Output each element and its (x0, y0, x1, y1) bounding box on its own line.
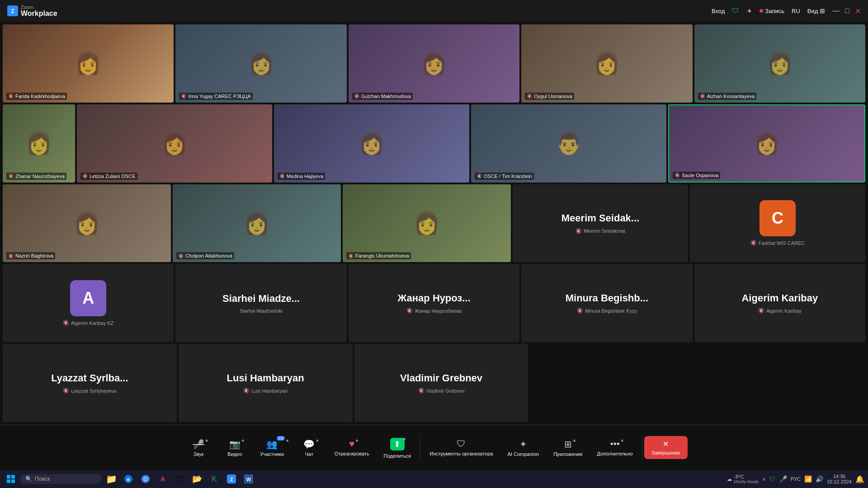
tile-zhanar-kaz[interactable]: Жанар Нуроз... 🔇 Жанар Наурозбаева (349, 264, 519, 342)
tile-small-name-lusi: 🔇 Lusi Hambaryan (243, 388, 288, 394)
tile-big-name-zhanar-kaz: Жанар Нуроз... (397, 292, 470, 304)
camera-icon: 📷 (229, 439, 241, 450)
weather-widget[interactable]: ☁ -9°C Mostly cloudy (727, 474, 759, 484)
tray-expand-icon[interactable]: ∧ (762, 476, 766, 482)
tile-vladimir[interactable]: Vladimir Grebnev 🔇 Vladimir Grebnev (354, 344, 528, 422)
taskbar-chrome[interactable] (137, 471, 154, 487)
tile-oygul[interactable]: 👩 🔇 Oygul Usmanova (521, 24, 692, 103)
entrada-button[interactable]: Вход (712, 8, 725, 14)
arrow-up-apps[interactable]: ▲ (572, 438, 576, 442)
taskbar-kaspersky[interactable]: K (206, 471, 222, 487)
windows-start-button[interactable] (4, 472, 18, 486)
taskbar-zoom[interactable]: Z (223, 471, 240, 487)
security-shield[interactable]: 🛡 (732, 7, 739, 15)
system-tray: ☁ -9°C Mostly cloudy ∧ 🛡 🎤 РУС 📶 🔊 14:36… (727, 474, 864, 484)
end-label: Завершение (651, 450, 680, 455)
tile-minura[interactable]: Minura Begishb... 🔇 Minura Begishbek Kyz… (521, 264, 692, 342)
tile-farkhat[interactable]: C 🔇 Farkhat WIS CAREC (690, 184, 865, 263)
taskbar-adobe[interactable]: A (155, 471, 171, 487)
tray-mic-icon[interactable]: 🎤 (779, 475, 787, 483)
tile-cholpon[interactable]: 👩 🔇 Cholpon Aitakhunova (173, 184, 341, 263)
video-placeholder: 👩 (77, 104, 272, 183)
tile-lusi[interactable]: Lusi Hambaryan 🔇 Lusi Hambaryan (179, 344, 353, 422)
tile-medina[interactable]: 👩 🔇 Medina Hajiyeva (274, 104, 469, 183)
arrow-up-video[interactable]: ▲ (241, 438, 245, 442)
windows-search[interactable]: 🔍 Поиск (20, 474, 101, 484)
tile-irina[interactable]: 👩 🔇 Irina Yugay CAREC РЭЦЦА (175, 24, 346, 103)
view-control[interactable]: Вид ⊞ (807, 7, 826, 14)
toolbar-more[interactable]: ••• ▲ Дополнительно (590, 435, 640, 460)
language-control[interactable]: RU (792, 8, 800, 14)
toolbar-video[interactable]: 📷 ▲ Видео (217, 435, 253, 460)
svg-text:W: W (246, 477, 251, 482)
ai-companion-label: AI Companion (507, 451, 539, 457)
tile-siarhei[interactable]: Siarhei Miadze... Siarhei Miadzvetski (175, 264, 346, 342)
toolbar-apps[interactable]: ⊞ ▲ Приложения (546, 435, 590, 460)
close-button[interactable]: ✕ (855, 7, 861, 15)
toolbar-chat[interactable]: 💬 ▲ Чат (291, 435, 327, 460)
toolbar-end[interactable]: ✕ Завершение (644, 436, 688, 459)
record-control[interactable]: Запись (760, 8, 784, 14)
video-placeholder: 👩 (175, 24, 346, 103)
search-icon: 🔍 (25, 476, 32, 482)
window-buttons: — □ ✕ (832, 7, 861, 15)
toolbar-sound[interactable]: 🎤 ▲ Звук (180, 435, 217, 460)
svg-rect-4 (7, 479, 10, 483)
mute-icon: 🔇 (577, 308, 583, 314)
system-clock[interactable]: 14:36 10.12.2024 (827, 474, 852, 484)
video-placeholder: 👩 (669, 105, 864, 182)
app-logo: Z Zoom Workplace (7, 5, 57, 17)
video-row-2: 👩 🔇 Zhanar Naurozbayeva 👩 🔇 Letizia Zuli… (3, 104, 865, 183)
ai-sparkle[interactable]: ✦ (746, 7, 752, 15)
apps-label: Приложения (553, 451, 582, 457)
entrada-label: Вход (712, 8, 725, 14)
minimize-button[interactable]: — (832, 7, 840, 15)
participant-name-medina: 🔇 Medina Hajiyeva (278, 173, 325, 180)
arrow-up-chat[interactable]: ▲ (315, 438, 319, 442)
toolbar-sep-2 (642, 434, 642, 461)
tray-volume-icon[interactable]: 🔊 (816, 475, 823, 483)
tile-aizhan[interactable]: 👩 🔇 Aizhan Kossantayeva (694, 24, 865, 103)
taskbar-edge[interactable]: e (120, 471, 137, 487)
taskbar-antivirus[interactable]: 🛡 (172, 471, 188, 487)
taskbar-word[interactable]: W (241, 471, 257, 487)
taskbar-file-explorer[interactable]: 📁 (103, 471, 119, 487)
empty-tile-1 (530, 344, 697, 422)
toolbar-participants[interactable]: 👥 23 ▲ Участники (253, 435, 291, 460)
tile-farangis[interactable]: 👩 🔇 Farangis Ukumatshoeva (343, 184, 511, 263)
arrow-up-sound[interactable]: ▲ (205, 438, 209, 442)
tile-meerim[interactable]: Meerim Seidak... 🔇 Meerim Seidakmat (513, 184, 688, 263)
tile-nazrin[interactable]: 👩 🔇 Nazrin Baghirova (3, 184, 171, 263)
arrow-up-share[interactable]: ▲ (402, 436, 406, 441)
tray-lang[interactable]: РУС (791, 476, 801, 482)
tile-tim[interactable]: 👨 🔇 OSCE / Tim Kränzlein (471, 104, 666, 183)
tile-farida[interactable]: 👩 🔇 Farida Kadirkhodjaeva (3, 24, 174, 103)
record-dot (760, 9, 763, 13)
notification-icon[interactable]: 🔔 (855, 475, 864, 483)
arrow-up-react[interactable]: ▲ (355, 438, 359, 442)
video-placeholder: 👩 (173, 184, 341, 263)
toolbar-ai-companion[interactable]: ✦ AI Companion (500, 435, 546, 460)
video-placeholder: 👩 (3, 184, 171, 263)
toolbar-organizer-tools[interactable]: 🛡 Инструменты организатора (422, 435, 500, 460)
tile-gulzhan[interactable]: 👩 🔇 Gulzhan Makhmudova (349, 24, 519, 103)
taskbar-folder[interactable]: 📂 (189, 471, 205, 487)
arrow-up-more[interactable]: ▲ (620, 438, 624, 442)
toolbar-react[interactable]: ♥ ▲ Отреагировать (327, 435, 377, 460)
tile-letizia[interactable]: 👩 🔇 Letizia Zuliani OSCE (77, 104, 272, 183)
clock-date: 10.12.2024 (827, 479, 852, 484)
tray-wifi-icon[interactable]: 📶 (804, 475, 812, 483)
tile-aigerim[interactable]: Aigerim Karibay 🔇 Aigerim Karibay (694, 264, 865, 342)
maximize-button[interactable]: □ (845, 7, 849, 15)
tile-saule[interactable]: 👩 🔇 Saule Ospanova (668, 104, 865, 183)
video-placeholder: 👩 (521, 24, 692, 103)
arrow-up-participants[interactable]: ▲ (285, 438, 289, 442)
toolbar-share[interactable]: ⬆ ▲ Поделиться (377, 433, 419, 462)
video-placeholder: 👩 (3, 104, 75, 183)
tile-zhanar[interactable]: 👩 🔇 Zhanar Naurozbayeva (3, 104, 75, 183)
lang-label: RU (792, 8, 800, 14)
video-row-1: 👩 🔇 Farida Kadirkhodjaeva 👩 🔇 Irina Yuga… (3, 24, 865, 103)
share-label: Поделиться (384, 453, 411, 459)
tile-lyazzat[interactable]: Lyazzat Syrlba... 🔇 Lyazzat Syrlybayeva (3, 344, 177, 422)
tile-aigerim-kz[interactable]: A 🔇 Aigerim Karibay KZ (3, 264, 174, 342)
